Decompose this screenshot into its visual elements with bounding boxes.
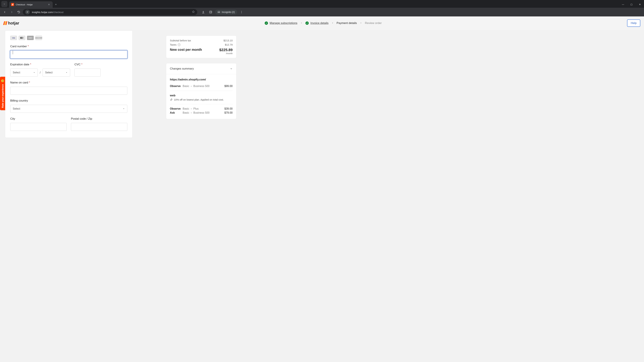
hotjar-logo[interactable]: hotjar [4,21,19,25]
info-icon[interactable]: i [178,43,180,46]
check-icon [265,21,268,25]
browser-menu-icon[interactable] [238,9,244,15]
svg-point-1 [241,11,242,11]
card-brands: VISA AMEX DISCOVER [10,36,127,40]
summary-column: Subtotal before tax $213.10 Taxes i $12.… [166,35,236,119]
hotjar-favicon [11,3,14,6]
postal-input[interactable] [71,123,127,131]
step-payment-details: Payment details [336,21,357,25]
feedback-tab[interactable]: Rate your experience 😊 [0,77,5,110]
svg-point-2 [241,12,242,12]
address-bar[interactable]: insights.hotjar.com/checkout [23,9,197,15]
change-row: Observe Basic → Business 500 $99.00 [170,85,232,88]
check-icon [306,21,309,25]
hotjar-logo-icon [4,21,7,25]
discover-icon: DISCOVER [36,36,42,40]
reload-button[interactable] [16,9,22,15]
back-button[interactable] [2,9,8,15]
page: Rate your experience 😊 hotjar Manage sub… [0,16,644,362]
divider [170,91,232,91]
bookmark-star-icon[interactable] [192,10,195,14]
card-number-label: Card number * [10,45,127,48]
chevron-right-icon [332,22,334,25]
total-value: $225.89 [219,48,232,52]
side-panel-icon[interactable] [208,9,214,15]
checkout-stepper: Manage subscriptions Invoice details Pay… [265,21,382,25]
tab-search-dropdown[interactable] [1,1,8,7]
chevron-down-icon [66,71,68,73]
svg-rect-0 [210,11,212,13]
date-separator: / [40,71,40,74]
forward-button[interactable] [9,9,15,15]
site-name: web [170,94,232,97]
changes-summary-toggle[interactable]: Changes summary [166,63,236,74]
close-window-button[interactable]: ✕ [636,1,644,8]
svg-point-3 [241,13,242,13]
change-row: Ask Basic → Business 500 $79.00 [170,111,232,114]
name-on-card-label: Name on card * [10,81,127,84]
taxes-label: Taxes [170,43,176,46]
step-manage-subscriptions[interactable]: Manage subscriptions [265,21,297,25]
discount-icon [170,98,172,101]
url-text: insights.hotjar.com/checkout [32,11,190,13]
downloads-icon[interactable] [200,9,206,15]
tab-title: Checkout - Hotjar [16,3,47,6]
cvc-input[interactable] [74,68,100,77]
chevron-down-icon [33,71,35,73]
new-tab-button[interactable]: + [53,1,59,8]
changes-summary-box: Changes summary https://admin.shopify.co… [166,63,236,119]
window-controls: — ▢ ✕ [619,1,644,8]
browser-tab[interactable]: Checkout - Hotjar ✕ [9,1,53,8]
city-label: City [10,117,66,120]
close-tab-icon[interactable]: ✕ [47,2,51,6]
maximize-button[interactable]: ▢ [627,1,636,8]
name-on-card-input[interactable] [10,87,127,95]
change-row: Observe Basic → Plus $39.00 [170,107,232,110]
total-period: /month [219,52,232,55]
cost-summary-box: Subtotal before tax $213.10 Taxes i $12.… [166,35,236,58]
site-url: https://admin.shopify.com/ [170,78,232,81]
billing-country-select[interactable]: Select [10,105,127,113]
chevron-down-icon [230,67,232,70]
chevron-right-icon [300,22,302,25]
expiration-year-select[interactable]: Select [42,68,70,77]
expiration-month-select[interactable]: Select [10,68,38,77]
tab-strip: Checkout - Hotjar ✕ + — ▢ ✕ [0,0,644,8]
chevron-right-icon [360,22,362,25]
city-input[interactable] [10,123,66,131]
billing-country-label: Billing country [10,99,127,102]
chevron-down-icon [123,108,125,110]
discount-note: 10% off on lowest plan. Applied on total… [170,98,232,101]
step-invoice-details[interactable]: Invoice details [306,21,328,25]
payment-form-card: VISA AMEX DISCOVER Card number * Expirat… [5,30,132,138]
total-label: New cost per month [170,48,202,52]
subtotal-value: $213.10 [224,39,232,42]
minimize-button[interactable]: — [619,1,627,8]
app-header: hotjar Manage subscriptions Invoice deta… [0,16,644,30]
amex-icon: AMEX [27,36,34,40]
postal-label: Postal code / Zip [71,117,127,120]
incognito-badge[interactable]: Incognito (2) [215,9,237,14]
taxes-value: $12.79 [225,43,232,46]
cvc-label: CVC * [74,63,127,66]
card-number-input[interactable] [10,50,127,58]
visa-icon: VISA [10,36,17,40]
step-review-order: Review order [365,21,382,25]
browser-toolbar: insights.hotjar.com/checkout Incognito (… [0,8,644,16]
site-info-icon[interactable] [25,10,30,14]
subtotal-label: Subtotal before tax [170,39,191,42]
smile-icon: 😊 [1,79,4,82]
help-button[interactable]: Help [627,19,640,27]
mastercard-icon [18,36,25,40]
expiration-label: Expiration date * [10,63,70,66]
content-area[interactable]: VISA AMEX DISCOVER Card number * Expirat… [0,30,644,362]
